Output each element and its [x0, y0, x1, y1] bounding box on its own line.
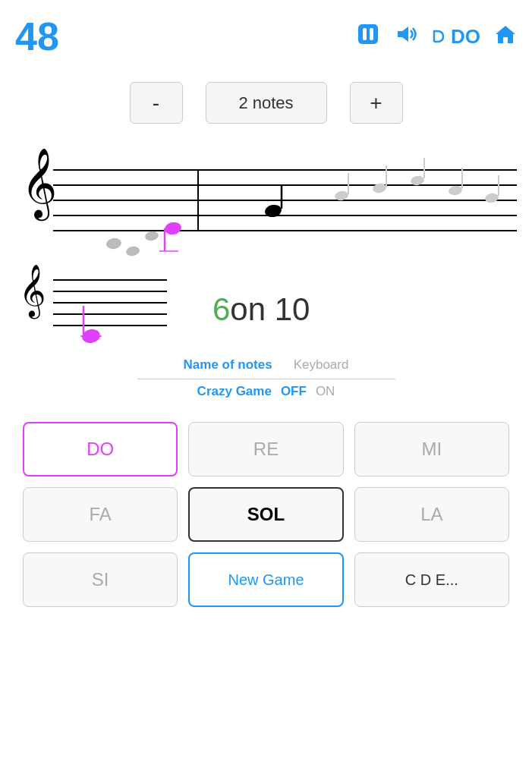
crazy-off-tab[interactable]: OFF: [281, 384, 307, 399]
small-treble-clef: 𝄞: [19, 268, 46, 313]
volume-icon[interactable]: [395, 24, 417, 50]
svg-point-6: [125, 246, 140, 257]
svg-point-13: [334, 190, 349, 202]
note-button-si[interactable]: SI: [23, 552, 178, 607]
svg-rect-2: [370, 28, 373, 40]
small-staff: 𝄞: [15, 268, 167, 351]
staff-notes-svg: [53, 139, 524, 260]
cde-button[interactable]: C D E...: [354, 552, 509, 607]
note-button-la[interactable]: LA: [354, 487, 509, 542]
svg-point-19: [448, 185, 463, 197]
svg-marker-3: [398, 27, 408, 42]
small-staff-note: [46, 268, 167, 351]
svg-marker-4: [496, 26, 515, 43]
notes-controls: - 2 notes +: [0, 67, 532, 131]
svg-rect-0: [358, 24, 378, 44]
mode-tabs: Name of notes Keyboard Crazy Game OFF ON: [0, 351, 532, 411]
tab-name-of-notes[interactable]: Name of notes: [181, 356, 275, 374]
note-button-fa[interactable]: FA: [23, 487, 178, 542]
svg-rect-1: [363, 28, 367, 40]
score-separator-total: on 10: [230, 291, 310, 328]
do-note-icon[interactable]: DO: [431, 25, 480, 49]
svg-point-7: [144, 231, 159, 242]
crazy-on-tab[interactable]: ON: [316, 384, 335, 399]
crazy-row: Crazy Game OFF ON: [137, 379, 395, 404]
note-button-re[interactable]: RE: [188, 422, 343, 477]
small-staff-score-area: 𝄞 6 on 10: [0, 268, 532, 351]
notes-count-label: 2 notes: [206, 82, 327, 124]
note-buttons-grid: DO RE MI FA SOL LA SI New Game C D E...: [0, 411, 532, 618]
new-game-button[interactable]: New Game: [188, 552, 343, 607]
crazy-game-label: Crazy Game: [197, 384, 272, 399]
main-staff: 𝄞: [15, 139, 517, 260]
header-icons: DO: [355, 21, 517, 52]
svg-point-11: [264, 203, 282, 219]
score-display: 48: [15, 14, 355, 59]
pause-icon[interactable]: [355, 21, 381, 52]
note-button-do[interactable]: DO: [23, 422, 178, 477]
score-value: 6: [212, 291, 230, 328]
note-button-mi[interactable]: MI: [354, 422, 509, 477]
header: 48 DO: [0, 0, 532, 67]
increase-notes-button[interactable]: +: [350, 82, 403, 124]
svg-point-15: [372, 183, 387, 194]
home-icon[interactable]: [494, 24, 517, 50]
treble-clef: 𝄞: [21, 153, 57, 213]
do-label: DO: [451, 25, 480, 49]
score-section: 6 on 10: [197, 291, 517, 328]
mode-row: Name of notes Keyboard: [137, 351, 395, 379]
main-staff-container: 𝄞: [0, 131, 532, 268]
svg-point-5: [105, 237, 122, 250]
decrease-notes-button[interactable]: -: [130, 82, 183, 124]
svg-point-21: [484, 193, 499, 204]
svg-point-17: [410, 175, 425, 187]
tab-keyboard[interactable]: Keyboard: [291, 356, 352, 374]
svg-point-8: [164, 221, 182, 236]
note-button-sol[interactable]: SOL: [188, 487, 343, 542]
